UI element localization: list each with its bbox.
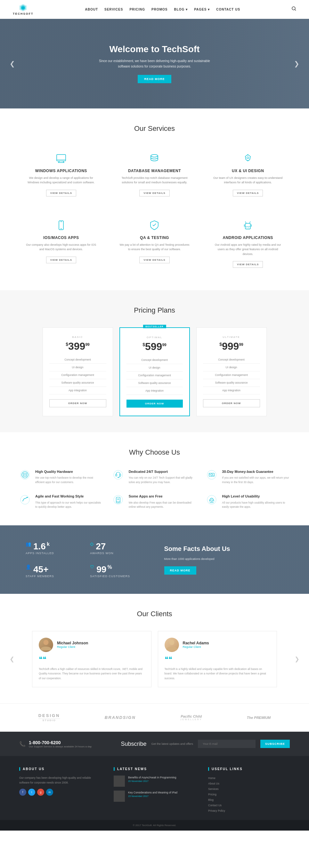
service-name-database: Database Management [119, 168, 190, 173]
footer-link-home[interactable]: Home [208, 776, 290, 781]
service-cta-database[interactable]: VIEW DETAILS [139, 190, 169, 196]
nav-contact[interactable]: Contact Us [216, 8, 240, 11]
service-name-windows: Windows Applications [26, 168, 97, 173]
footer-link-services[interactable]: Services [208, 786, 290, 792]
why-support-text: You can rely on our 24/7 Tech Support th… [129, 476, 197, 485]
social-twitter[interactable]: t [28, 789, 35, 796]
service-card-ux: UX & UI Design Our team of UX designers … [206, 146, 290, 203]
service-icon-ios [55, 219, 67, 231]
pricing-basic-cta[interactable]: ORDER NOW [49, 399, 106, 407]
social-google[interactable]: g [37, 789, 44, 796]
client-card-michael: Michael Johnson Regular Client ❝❝ TechSo… [32, 631, 151, 687]
fact-apps: 👥 1.6k Apps Installed [26, 541, 80, 555]
clients-next-arrow[interactable]: ❯ [294, 656, 300, 662]
svg-rect-39 [116, 497, 120, 503]
client-card-rachel: Rachel Adams Regular Client ❝❝ TechSoft … [158, 631, 277, 687]
service-desc-database: TechSoft provides top-notch database man… [119, 176, 190, 185]
footer-phone-sub: Our Support Service is always available … [29, 745, 91, 748]
logo-design: DESIGN STUDIO [38, 713, 60, 722]
service-cta-android[interactable]: VIEW DETAILS [233, 261, 263, 268]
footer-phone-section: 📞 1-800-700-6200 Our Support Service is … [19, 740, 91, 748]
svg-rect-28 [116, 474, 117, 476]
footer-links-col: USEFUL LINKS Home About Us Services Pric… [208, 767, 290, 814]
service-cta-ux[interactable]: VIEW DETAILS [233, 190, 263, 196]
pricing-optimal-cta[interactable]: ORDER NOW [127, 400, 183, 408]
services-title: Our Services [19, 124, 290, 133]
client-role-rachel: Regular Client [183, 645, 209, 649]
clients-title: Our Clients [19, 610, 290, 618]
footer-link-pricing[interactable]: Pricing [208, 792, 290, 797]
clients-wrapper: ❮ Michael Johnson Regular Client [19, 631, 290, 687]
svg-point-30 [118, 477, 119, 478]
clients-grid: Michael Johnson Regular Client ❝❝ TechSo… [32, 631, 277, 687]
fact-staff-icon: 👤 [26, 564, 31, 569]
news-title-1[interactable]: Benefits of Async/Await in Programming [128, 776, 176, 780]
subscribe-email-input[interactable] [198, 740, 255, 748]
services-section: Our Services Windows Applications We des… [0, 108, 309, 290]
news-thumb-1 [114, 776, 125, 787]
logo[interactable]: TECHSOFT [13, 3, 34, 16]
footer-link-privacy[interactable]: Privacy Policy [208, 808, 290, 814]
hero-next-arrow[interactable]: ❯ [294, 60, 300, 67]
logo-premium: The PREMIUM [247, 716, 271, 719]
why-support: Dedicated 24/7 Support You can rely on o… [113, 469, 197, 485]
svg-point-45 [211, 500, 213, 502]
why-icon-agile [19, 494, 30, 505]
facts-cta-button[interactable]: READ MORE [164, 566, 196, 575]
pricing-section: Pricing Plans BASIC $39999 Concept devel… [0, 290, 309, 432]
why-usability-title: High Level of Usability [222, 494, 290, 498]
service-name-ios: iOS/MacOS Apps [26, 236, 97, 240]
footer-link-contact[interactable]: Contact Us [208, 803, 290, 808]
hero-prev-arrow[interactable]: ❮ [9, 60, 15, 67]
logo-text: TECHSOFT [13, 12, 34, 16]
nav-pricing[interactable]: Pricing [129, 8, 145, 11]
social-linkedin[interactable]: in [46, 789, 53, 796]
pricing-optimal-price: $59999 [127, 341, 183, 352]
footer-links-title: USEFUL LINKS [208, 767, 290, 771]
svg-point-3 [292, 7, 295, 10]
svg-rect-17 [245, 223, 250, 229]
why-agile-text: This type of approach to our work helps … [35, 501, 103, 509]
why-money-title: 30-Day Money-back Guarantee [222, 469, 290, 474]
pricing-ultimate-cta[interactable]: ORDER NOW [203, 399, 260, 407]
pricing-grid: BASIC $39999 Concept development UI desi… [43, 327, 267, 416]
footer-phone-number: 1-800-700-6200 [29, 740, 91, 745]
logo-brandsign: BRANDSIGN [105, 715, 136, 720]
footer-copyright: © 2017 TechSoft. All Rights Reserved. [19, 824, 290, 827]
nav-blog[interactable]: Blog ▾ [174, 8, 188, 11]
subscribe-button[interactable]: SUBSCRIBE [260, 740, 290, 748]
fact-customers-label: Satisfied Customers [90, 575, 145, 578]
fact-staff-number: 👤 45+ [26, 564, 80, 575]
clients-prev-arrow[interactable]: ❮ [9, 656, 15, 662]
social-facebook[interactable]: f [19, 789, 26, 796]
why-money: 30-Day Money-back Guarantee If you are n… [206, 469, 290, 485]
footer-main: ABOUT US Our company has been developing… [0, 756, 309, 820]
footer-link-about[interactable]: About Us [208, 781, 290, 786]
svg-line-4 [295, 9, 296, 10]
nav-pages[interactable]: Pages ▾ [194, 8, 210, 11]
footer-news-title: LATEST NEWS [114, 767, 195, 771]
facts-title: Some Facts About Us [164, 545, 284, 553]
why-hardware-text: We use top-notch hardware to develop the… [35, 476, 103, 485]
news-date-2: 15 November 2017 [128, 795, 177, 798]
facts-stats: 👥 1.6k Apps Installed ◇ 27 Awards Won 👤 … [26, 541, 145, 578]
service-cta-qa[interactable]: VIEW DETAILS [139, 257, 169, 263]
news-thumb-2 [114, 790, 125, 802]
search-icon[interactable] [292, 6, 296, 12]
hero-section: ❮ Welcome to TechSoft Since our establis… [0, 19, 309, 108]
nav-promos[interactable]: Promos [151, 8, 167, 11]
nav-services[interactable]: Services [104, 8, 123, 11]
nav-about[interactable]: About [85, 8, 98, 11]
why-usability-text: All our products have high usability all… [222, 501, 290, 509]
footer-top: 📞 1-800-700-6200 Our Support Service is … [0, 732, 309, 756]
news-title-2[interactable]: Key Considerations and Meaning of iPad [128, 790, 177, 795]
service-cta-windows[interactable]: VIEW DETAILS [46, 190, 76, 196]
why-free: Some Apps are Free We also develop Free … [113, 494, 197, 509]
service-cta-ios[interactable]: VIEW DETAILS [46, 257, 76, 263]
svg-rect-26 [24, 474, 26, 476]
pricing-optimal-label: OPTIMAL [127, 336, 183, 339]
fact-awards-icon: ◇ [90, 541, 93, 547]
service-desc-android: Our Android apps are highly rated by med… [212, 243, 283, 256]
hero-cta-button[interactable]: READ MORE [138, 75, 171, 83]
footer-link-blog[interactable]: Blog [208, 797, 290, 803]
